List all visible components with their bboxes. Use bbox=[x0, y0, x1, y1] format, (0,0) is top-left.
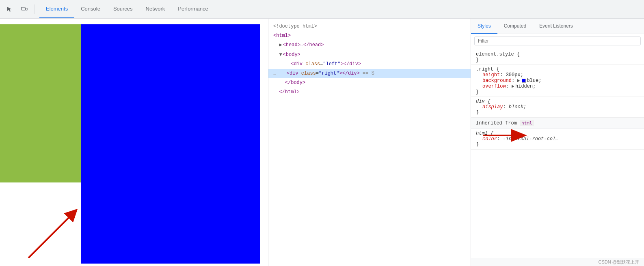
tab-computed[interactable]: Computed bbox=[497, 19, 533, 34]
dom-body-close[interactable]: </body> bbox=[268, 78, 471, 88]
dom-doctype: <!doctype html> bbox=[268, 22, 471, 31]
css-block-element-style: element.style { } bbox=[471, 50, 644, 65]
dom-div-left[interactable]: <div class="left"></div> bbox=[268, 60, 471, 69]
background-triangle[interactable] bbox=[517, 79, 520, 82]
styles-panel: Styles Computed Event Listeners element.… bbox=[471, 19, 644, 266]
device-toggle-button[interactable] bbox=[18, 3, 31, 16]
dom-div-right[interactable]: … <div class="right"></div> == $ bbox=[268, 69, 471, 78]
blue-right-box bbox=[81, 24, 260, 264]
devtools-topbar: Elements Console Sources Network Perform… bbox=[0, 0, 644, 19]
dom-html-close[interactable]: </html> bbox=[268, 88, 471, 97]
devtools-main-tabs: Elements Console Sources Network Perform… bbox=[39, 0, 215, 18]
topbar-divider bbox=[34, 4, 35, 14]
tab-performance[interactable]: Performance bbox=[171, 0, 214, 18]
dom-panel: <!doctype html> <html> ▶<head>…</head> ▼… bbox=[268, 19, 471, 266]
webpage-preview bbox=[0, 19, 268, 266]
tab-event-listeners[interactable]: Event Listeners bbox=[533, 19, 579, 34]
css-block-div: div { display: block; } bbox=[471, 97, 644, 118]
watermark-text: CSDN @默默花上开 bbox=[599, 259, 639, 265]
color-swatch-blue[interactable] bbox=[522, 79, 526, 83]
tab-sources[interactable]: Sources bbox=[107, 0, 139, 18]
css-block-html: html { color: -internal-root-col… } bbox=[471, 129, 644, 150]
topbar-icons bbox=[0, 3, 39, 16]
inherited-html-tag: html bbox=[520, 120, 534, 126]
dom-body-open[interactable]: ▼<body> bbox=[268, 50, 471, 60]
dom-head[interactable]: ▶<head>…</head> bbox=[268, 41, 471, 50]
tab-console[interactable]: Console bbox=[74, 0, 107, 18]
green-left-box bbox=[0, 24, 81, 182]
dom-html-open[interactable]: <html> bbox=[268, 31, 471, 41]
filter-input[interactable] bbox=[474, 36, 641, 45]
main-content: <!doctype html> <html> ▶<head>…</head> ▼… bbox=[0, 19, 644, 266]
css-block-right: .right { height: 300px; background: blue… bbox=[471, 65, 644, 97]
inherited-from-header: Inherited from html bbox=[471, 118, 644, 129]
tab-network[interactable]: Network bbox=[139, 0, 172, 18]
svg-rect-0 bbox=[22, 7, 25, 10]
filter-bar bbox=[471, 34, 644, 48]
svg-line-3 bbox=[28, 213, 73, 258]
bottom-bar: CSDN @默默花上开 bbox=[471, 258, 644, 266]
styles-subtabs: Styles Computed Event Listeners bbox=[471, 19, 644, 34]
overflow-triangle[interactable] bbox=[512, 85, 514, 88]
tab-styles[interactable]: Styles bbox=[471, 19, 497, 34]
svg-rect-1 bbox=[26, 8, 27, 10]
styles-content: element.style { } .right { height: 300px… bbox=[471, 48, 644, 258]
tab-elements[interactable]: Elements bbox=[39, 0, 74, 18]
inspect-element-button[interactable] bbox=[3, 3, 16, 16]
